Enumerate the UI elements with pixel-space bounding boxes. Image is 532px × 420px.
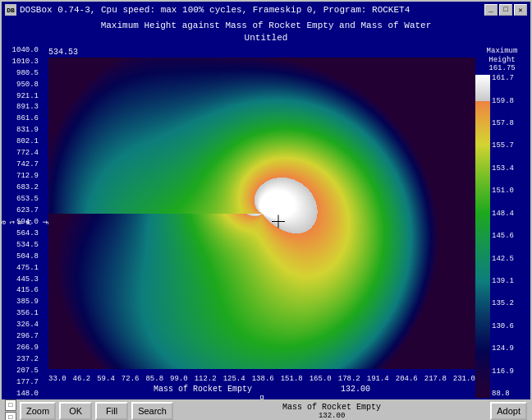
y-label: 356.1: [16, 310, 39, 317]
y-label: 921.1: [16, 93, 39, 100]
y-label: 861.6: [16, 115, 39, 122]
chart-container: 1040.01010.3980.5950.8921.1891.3861.6831…: [3, 47, 529, 398]
bottom-bar: □ □ Zoom OK Fill Search Mass of Rocket E…: [2, 399, 530, 420]
title-bar: DB DOSBox 0.74-3, Cpu speed: max 100% cy…: [2, 2, 530, 18]
x-label: 85.8: [145, 375, 163, 383]
x-label: 151.8: [281, 375, 303, 383]
colorbar-labels: 161.7159.8157.8155.7153.4151.0148.4145.6…: [492, 75, 514, 398]
zoom-icon-2[interactable]: □: [5, 412, 16, 420]
y-label: 534.5: [16, 242, 39, 249]
x-label: 217.8: [424, 375, 447, 383]
y-label: 1040.0: [12, 47, 39, 54]
colorbar-label: 88.8: [492, 390, 514, 398]
y-label: 712.9: [16, 173, 39, 180]
y-label: 296.7: [16, 333, 39, 340]
colorbar-label: 130.6: [492, 323, 514, 330]
colorbar-label: 124.9: [492, 345, 514, 353]
x-label: 165.0: [310, 375, 332, 383]
y-label: 415.6: [16, 287, 39, 294]
y-label: 475.1: [16, 265, 39, 272]
y-label: 742.7: [16, 161, 39, 168]
axis-info-value: 132.00: [177, 412, 487, 420]
zoom-button[interactable]: Zoom: [20, 402, 56, 420]
chart-main: 534.53 33.046.259.472.685.899.0112.2125.…: [48, 47, 475, 398]
title-text: DOSBox 0.74-3, Cpu speed: max 100% cycle…: [20, 5, 481, 15]
colorbar-label: 135.2: [492, 300, 514, 307]
y-label: 148.0: [16, 390, 39, 398]
y-label: 831.9: [16, 127, 39, 134]
maximize-button[interactable]: □: [499, 4, 512, 16]
y-label: 623.7: [16, 207, 39, 215]
y-axis-area: 1040.01010.3980.5950.8921.1891.3861.6831…: [3, 47, 48, 398]
search-button[interactable]: Search: [131, 402, 173, 420]
colorbar-label: 159.8: [492, 98, 514, 105]
y-label: 802.1: [16, 138, 39, 145]
axis-info-title: Mass of Rocket Empty: [177, 403, 487, 412]
content-area: Maximum Height against Mass of Rocket Em…: [2, 18, 530, 399]
chart-title: Maximum Height against Mass of Rocket Em…: [3, 20, 529, 32]
y-label: 504.8: [16, 253, 39, 261]
coord-display: 534.53: [48, 47, 475, 58]
close-button[interactable]: ✕: [514, 4, 527, 16]
y-label: 564.3: [16, 230, 39, 238]
x-label: 72.6: [122, 375, 140, 383]
window-icon: DB: [5, 4, 16, 16]
x-label: 138.6: [252, 375, 274, 383]
y-label: 237.2: [16, 356, 39, 363]
colorbar-label: 161.7: [492, 75, 514, 82]
x-label: 191.4: [367, 375, 389, 383]
colorbar-label: 157.8: [492, 120, 514, 127]
x-label: 112.2: [195, 375, 217, 383]
colorbar-canvas: [475, 75, 490, 398]
chart-header: Maximum Height against Mass of Rocket Em…: [3, 20, 529, 45]
y-label: 950.8: [16, 81, 39, 89]
y-label: 772.4: [16, 150, 39, 157]
x-label: 46.2: [73, 375, 91, 383]
y-label: 891.3: [16, 104, 39, 111]
colorbar-area: Maximum Height 161.75 161.7159.8157.8155…: [475, 47, 529, 398]
colorbar-label: 153.4: [492, 165, 514, 173]
axis-info: Mass of Rocket Empty 132.00: [177, 403, 487, 420]
y-label: 1010.3: [12, 58, 39, 66]
window-controls: _ □ ✕: [484, 4, 527, 16]
dosbox-window: DB DOSBox 0.74-3, Cpu speed: max 100% cy…: [0, 0, 532, 420]
y-label: 445.3: [16, 276, 39, 284]
x-label: 125.4: [223, 375, 245, 383]
y-label: 326.4: [16, 321, 39, 329]
colorbar-label: 139.1: [492, 278, 514, 285]
x-label: 99.0: [170, 375, 188, 383]
heatmap-canvas: [48, 58, 475, 373]
chart-subtitle: Untitled: [3, 32, 529, 44]
y-label: 177.7: [16, 379, 39, 386]
x-label: 204.6: [396, 375, 418, 383]
colorbar-label: 116.9: [492, 368, 514, 376]
x-label: 59.4: [97, 375, 115, 383]
zoom-icon-1[interactable]: □: [5, 399, 16, 411]
y-axis-title: MassofWater: [40, 47, 48, 398]
heatmap: [48, 58, 475, 369]
colorbar-container: 161.7159.8157.8155.7153.4151.0148.4145.6…: [475, 75, 529, 398]
colorbar-label: 155.7: [492, 142, 514, 150]
y-label: 980.5: [16, 70, 39, 77]
y-label: 683.2: [16, 184, 39, 192]
x-axis-area: 33.046.259.472.685.899.0112.2125.4138.61…: [48, 373, 475, 398]
x-label: 178.2: [338, 375, 360, 383]
minimize-button[interactable]: _: [484, 4, 498, 16]
y-label: 385.9: [16, 298, 39, 306]
x-axis-title: Mass of Rocket Empty 132.00: [48, 385, 475, 394]
colorbar-label: 151.0: [492, 187, 514, 195]
y-label: 266.9: [16, 344, 39, 352]
x-label: 33.0: [48, 375, 66, 383]
x-labels: 33.046.259.472.685.899.0112.2125.4138.61…: [48, 373, 475, 385]
adopt-button[interactable]: Adopt: [490, 402, 527, 420]
colorbar-label: 142.5: [492, 256, 514, 263]
y-label: 207.5: [16, 367, 39, 375]
ok-button[interactable]: OK: [59, 402, 92, 420]
y-label: 653.5: [16, 196, 39, 203]
colorbar-label: 145.6: [492, 233, 514, 240]
colorbar-label: 148.4: [492, 210, 514, 218]
fill-button[interactable]: Fill: [95, 402, 128, 420]
colorbar-title: Maximum Height 161.75: [475, 47, 529, 73]
x-label: 231.0: [453, 375, 475, 383]
